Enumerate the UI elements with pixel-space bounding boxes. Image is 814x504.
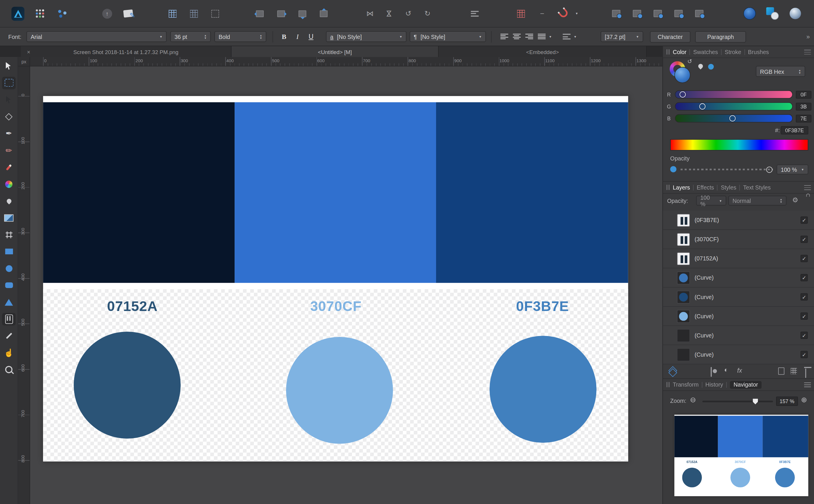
color-circle-1[interactable] <box>74 332 181 439</box>
leading-dropdown[interactable]: [37.2 pt]▼ <box>601 31 643 42</box>
font-weight-dropdown[interactable]: Bold▲▼ <box>215 31 267 42</box>
color-block-1[interactable] <box>43 102 235 283</box>
bold-button[interactable]: B <box>277 31 291 42</box>
zoom-tool[interactable] <box>2 363 15 376</box>
color-picker-button[interactable] <box>697 63 704 69</box>
tab-embedded[interactable]: <Embedded> <box>439 46 647 57</box>
snapping-magnet-button[interactable] <box>557 7 570 20</box>
hex-field[interactable]: 0F3B7E <box>781 126 808 135</box>
swap-colors-button[interactable]: ↺ <box>687 58 692 65</box>
layer-row[interactable]: (Curve)✓ <box>663 287 814 307</box>
tab-swatches[interactable]: Swatches <box>693 49 718 55</box>
place-image-tool[interactable] <box>2 212 15 224</box>
hue-spectrum-bar[interactable] <box>670 139 808 151</box>
character-style-dropdown[interactable]: a[No Style]▼ <box>326 31 407 42</box>
circle-badge-button[interactable]: ↑ <box>101 7 114 20</box>
leading-options-button[interactable] <box>560 31 573 42</box>
zoom-slider[interactable] <box>702 401 773 402</box>
font-size-dropdown[interactable]: 36 pt▲▼ <box>170 31 211 42</box>
triangle-tool[interactable] <box>2 296 15 308</box>
slider-knob[interactable] <box>699 103 705 109</box>
navigator-preview[interactable]: 07152A 3070CF 0F3B7E <box>674 415 808 496</box>
close-icon[interactable]: × <box>27 49 30 55</box>
replace-selection-button[interactable] <box>317 7 330 20</box>
align-right-button[interactable] <box>523 31 535 42</box>
color-block-2[interactable] <box>235 102 436 283</box>
new-layer-button[interactable] <box>778 367 784 375</box>
layer-visibility-checkbox[interactable]: ✓ <box>801 274 808 281</box>
snapping-options-dropdown[interactable]: ▼ <box>573 7 580 20</box>
blend-options-button[interactable]: ⚙ <box>792 196 798 204</box>
color-circle-2[interactable] <box>286 337 393 444</box>
tab-layers[interactable]: Layers <box>673 184 690 190</box>
tab-styles[interactable]: Styles <box>721 184 736 190</box>
order-op-1-button[interactable] <box>609 7 622 20</box>
tab-text-styles[interactable]: Text Styles <box>743 184 771 190</box>
red-channel-value[interactable]: 0F <box>796 91 811 99</box>
italic-button[interactable]: I <box>291 31 304 42</box>
export-persona-button[interactable] <box>788 7 801 20</box>
hex-label-2[interactable]: 3070CF <box>310 299 362 314</box>
snapping-minus-button[interactable]: − <box>536 7 549 20</box>
transform-grid-button[interactable] <box>209 7 222 20</box>
insert-behind-button[interactable] <box>253 7 266 20</box>
character-panel-button[interactable]: Character <box>650 31 690 42</box>
blue-channel-slider[interactable] <box>675 114 792 123</box>
tab-history[interactable]: History <box>705 381 723 387</box>
align-center-button[interactable] <box>510 31 523 42</box>
paragraph-style-dropdown[interactable]: ¶[No Style]▼ <box>410 31 486 42</box>
flip-horizontal-button[interactable]: ⋈ <box>363 7 376 20</box>
insert-inside-button[interactable] <box>296 7 309 20</box>
align-justify-button[interactable] <box>535 31 548 42</box>
layer-row[interactable]: (Curve)✓ <box>663 268 814 287</box>
toolbar-overflow-button[interactable]: » <box>806 33 810 40</box>
blend-mode-dropdown[interactable]: Normal▲▼ <box>728 196 786 205</box>
align-options-dropdown[interactable]: ▼ <box>549 35 552 38</box>
knife-tool[interactable] <box>2 330 15 342</box>
flip-vertical-button[interactable]: ⋈ <box>383 7 396 20</box>
rectangle-tool[interactable] <box>2 245 15 258</box>
layer-row[interactable]: (07152A)✓ <box>663 249 814 268</box>
panel-menu-icon[interactable] <box>804 185 811 190</box>
layer-row[interactable]: (Curve)✓ <box>663 345 814 364</box>
layer-row[interactable]: (Curve)✓ <box>663 326 814 345</box>
underline-button[interactable]: U <box>304 31 318 42</box>
layer-visibility-checkbox[interactable]: ✓ <box>801 293 808 301</box>
color-circle-3[interactable] <box>490 336 597 443</box>
frame-text-tool[interactable] <box>2 313 15 325</box>
layer-effects-button[interactable]: fx <box>737 367 742 374</box>
panel-grip-handle[interactable] <box>667 382 670 387</box>
layer-visibility-checkbox[interactable]: ✓ <box>801 351 808 358</box>
picked-color-dot[interactable] <box>708 64 714 70</box>
red-channel-slider[interactable] <box>675 90 792 99</box>
tab-brushes[interactable]: Brushes <box>748 49 769 55</box>
order-op-2-button[interactable] <box>630 7 643 20</box>
tab-color[interactable]: Color <box>673 49 686 55</box>
green-channel-slider[interactable] <box>675 102 792 111</box>
rotate-ccw-button[interactable]: ↺ <box>402 7 415 20</box>
order-op-4-button[interactable] <box>672 7 685 20</box>
artboard-tool[interactable] <box>2 76 15 89</box>
zoom-value[interactable]: 157 % <box>776 396 798 406</box>
show-grid-button[interactable] <box>166 7 179 20</box>
zoom-in-button[interactable]: ⊕ <box>801 396 807 404</box>
rounded-rectangle-tool[interactable] <box>2 279 15 292</box>
move-tool[interactable] <box>2 60 15 72</box>
designer-persona-button[interactable] <box>743 7 756 20</box>
layer-visibility-checkbox[interactable]: ✓ <box>801 217 808 224</box>
point-transform-tool[interactable] <box>2 110 15 123</box>
adjustment-layer-button[interactable]: ◐ <box>724 366 728 374</box>
color-mode-dropdown[interactable]: RGB Hex▲▼ <box>756 66 805 77</box>
green-channel-value[interactable]: 3B <box>796 103 811 110</box>
slider-knob[interactable] <box>753 398 758 404</box>
alignment-button[interactable] <box>468 7 481 20</box>
layer-opacity-dropdown[interactable]: 100 %▼ <box>696 196 726 205</box>
tab-screenshot[interactable]: ×Screen Shot 2018-11-14 at 1.27.32 PM.pn… <box>21 46 231 57</box>
insert-front-button[interactable] <box>275 7 288 20</box>
edit-card-button[interactable]: ✎ <box>122 7 135 20</box>
ellipse-tool[interactable] <box>2 262 15 275</box>
tab-transform[interactable]: Transform <box>673 381 699 387</box>
pixel-persona-button[interactable] <box>766 7 779 20</box>
slider-knob[interactable] <box>729 115 736 121</box>
snap-grid-button[interactable] <box>188 7 201 20</box>
